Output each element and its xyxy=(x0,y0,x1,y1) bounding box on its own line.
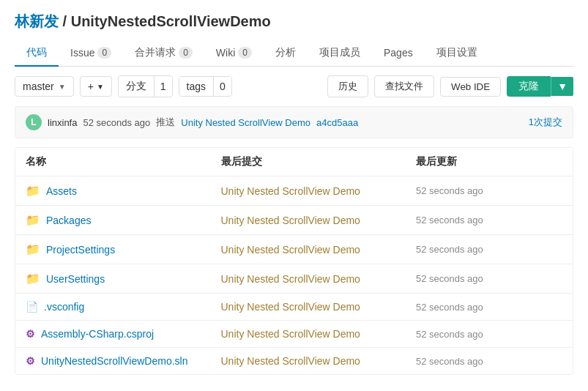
file-commit-msg[interactable]: Unity Nested ScrollView Demo xyxy=(221,301,360,313)
file-link[interactable]: Packages xyxy=(46,215,91,226)
file-time-cell: 52 seconds ago xyxy=(416,356,562,367)
file-time-cell: 52 seconds ago xyxy=(416,244,562,255)
file-name-cell: 📄 .vsconfig xyxy=(26,301,221,313)
folder-icon: 📁 xyxy=(26,184,40,198)
file-name-cell: ⚙ UnityNestedScrollViewDemo.sln xyxy=(26,355,221,367)
table-row: 📁 ProjectSettings Unity Nested ScrollVie… xyxy=(15,235,573,264)
file-commit-cell: Unity Nested ScrollView Demo xyxy=(221,185,417,197)
file-time-cell: 52 seconds ago xyxy=(416,215,562,226)
tags-count: 0 xyxy=(214,77,231,96)
clone-label[interactable]: 克隆 xyxy=(507,76,551,97)
file-link[interactable]: Assembly-CSharp.csproj xyxy=(41,328,154,340)
file-link[interactable]: .vsconfig xyxy=(44,301,84,313)
folder-icon: 📁 xyxy=(26,213,40,227)
file-commit-cell: Unity Nested ScrollView Demo xyxy=(221,215,417,226)
vs-icon: ⚙ xyxy=(26,355,35,367)
toolbar: master ▼ + ▼ 分支 1 tags 0 历史 查找文件 Web IDE… xyxy=(0,67,588,106)
file-commit-msg[interactable]: Unity Nested ScrollView Demo xyxy=(221,273,360,285)
tab-analysis[interactable]: 分析 xyxy=(264,40,308,67)
branch-chevron-icon: ▼ xyxy=(59,83,66,91)
file-commit-cell: Unity Nested ScrollView Demo xyxy=(221,244,417,256)
tab-issue[interactable]: Issue 0 xyxy=(59,40,123,67)
tab-merge[interactable]: 合并请求 0 xyxy=(123,40,204,67)
file-commit-cell: Unity Nested ScrollView Demo xyxy=(221,355,417,367)
tab-wiki[interactable]: Wiki 0 xyxy=(204,40,264,67)
file-rows: 📁 Assets Unity Nested ScrollView Demo 52… xyxy=(15,176,573,374)
col-commit: 最后提交 xyxy=(221,155,417,168)
tags-count-btn: tags 0 xyxy=(179,76,232,97)
table-row: ⚙ UnityNestedScrollViewDemo.sln Unity Ne… xyxy=(15,348,573,374)
file-time-cell: 52 seconds ago xyxy=(416,302,562,313)
clone-chevron-icon[interactable]: ▼ xyxy=(551,77,573,96)
folder-icon: 📁 xyxy=(26,272,40,286)
table-row: 📄 .vsconfig Unity Nested ScrollView Demo… xyxy=(15,294,573,321)
repo-name: UnityNestedScrollViewDemo xyxy=(71,13,271,29)
merge-badge: 0 xyxy=(179,47,193,59)
commit-count-link[interactable]: 1次提交 xyxy=(529,116,562,129)
file-time-cell: 52 seconds ago xyxy=(416,273,562,284)
tab-members[interactable]: 项目成员 xyxy=(308,40,372,67)
clone-button-group: 克隆 ▼ xyxy=(507,76,573,97)
col-update: 最后更新 xyxy=(416,155,562,168)
commit-message-link[interactable]: Unity Nested ScrollView Demo xyxy=(181,117,310,128)
branch-count: 1 xyxy=(155,77,172,96)
tags-label-btn[interactable]: tags xyxy=(179,77,214,96)
commit-hash-link[interactable]: a4cd5aaa xyxy=(316,117,358,128)
file-name-cell: 📁 UserSettings xyxy=(26,272,221,286)
file-name-cell: 📁 Packages xyxy=(26,213,221,227)
file-name-cell: 📁 Assets xyxy=(26,184,221,198)
nav-tabs: 代码 Issue 0 合并请求 0 Wiki 0 分析 项目成员 Pages 项… xyxy=(15,40,573,67)
files-table: 名称 最后提交 最后更新 📁 Assets Unity Nested Scrol… xyxy=(15,147,573,375)
table-header: 名称 最后提交 最后更新 xyxy=(15,148,573,176)
file-commit-msg[interactable]: Unity Nested ScrollView Demo xyxy=(221,215,360,226)
wiki-badge: 0 xyxy=(238,47,252,59)
tab-code[interactable]: 代码 xyxy=(15,40,59,67)
table-row: 📁 Assets Unity Nested ScrollView Demo 52… xyxy=(15,176,573,206)
vs-icon: ⚙ xyxy=(26,328,35,340)
title-separator: / xyxy=(63,13,71,29)
file-link[interactable]: ProjectSettings xyxy=(46,244,115,256)
add-button[interactable]: + ▼ xyxy=(80,76,112,97)
commit-action: 推送 xyxy=(156,116,175,129)
col-name: 名称 xyxy=(26,155,221,168)
branch-selector[interactable]: master ▼ xyxy=(15,76,74,97)
table-row: 📁 UserSettings Unity Nested ScrollView D… xyxy=(15,264,573,294)
branch-name: master xyxy=(23,81,54,92)
repo-title: 林新发 / UnityNestedScrollViewDemo xyxy=(15,12,573,31)
table-row: 📁 Packages Unity Nested ScrollView Demo … xyxy=(15,206,573,235)
file-link[interactable]: Assets xyxy=(46,185,77,197)
commit-time: 52 seconds ago xyxy=(83,117,150,128)
tab-pages[interactable]: Pages xyxy=(372,40,425,67)
branch-label-btn[interactable]: 分支 xyxy=(119,76,155,97)
commit-info-bar: L linxinfa 52 seconds ago 推送 Unity Neste… xyxy=(15,106,573,138)
file-commit-msg[interactable]: Unity Nested ScrollView Demo xyxy=(221,244,360,256)
file-name-cell: ⚙ Assembly-CSharp.csproj xyxy=(26,328,221,340)
history-button[interactable]: 历史 xyxy=(327,75,368,97)
find-file-button[interactable]: 查找文件 xyxy=(374,75,434,97)
web-ide-button[interactable]: Web IDE xyxy=(440,77,501,97)
issue-badge: 0 xyxy=(97,47,111,59)
file-commit-cell: Unity Nested ScrollView Demo xyxy=(221,328,417,340)
add-chevron-icon: ▼ xyxy=(97,83,104,91)
commit-author: linxinfa xyxy=(48,117,77,128)
folder-icon: 📁 xyxy=(26,242,40,256)
file-commit-cell: Unity Nested ScrollView Demo xyxy=(221,273,417,285)
commit-info-left: L linxinfa 52 seconds ago 推送 Unity Neste… xyxy=(26,114,358,130)
file-time-cell: 52 seconds ago xyxy=(416,329,562,340)
file-link[interactable]: UserSettings xyxy=(46,273,105,285)
doc-icon: 📄 xyxy=(26,301,38,313)
file-link[interactable]: UnityNestedScrollViewDemo.sln xyxy=(41,355,187,367)
avatar: L xyxy=(26,114,42,130)
owner-name[interactable]: 林新发 xyxy=(15,13,59,29)
file-name-cell: 📁 ProjectSettings xyxy=(26,242,221,256)
file-commit-msg[interactable]: Unity Nested ScrollView Demo xyxy=(221,355,360,367)
file-time-cell: 52 seconds ago xyxy=(416,185,562,196)
file-commit-msg[interactable]: Unity Nested ScrollView Demo xyxy=(221,328,360,340)
table-row: ⚙ Assembly-CSharp.csproj Unity Nested Sc… xyxy=(15,321,573,348)
file-commit-msg[interactable]: Unity Nested ScrollView Demo xyxy=(221,185,360,197)
branch-count-btn: 分支 1 xyxy=(118,75,173,97)
tab-settings[interactable]: 项目设置 xyxy=(425,40,489,67)
file-commit-cell: Unity Nested ScrollView Demo xyxy=(221,301,417,313)
